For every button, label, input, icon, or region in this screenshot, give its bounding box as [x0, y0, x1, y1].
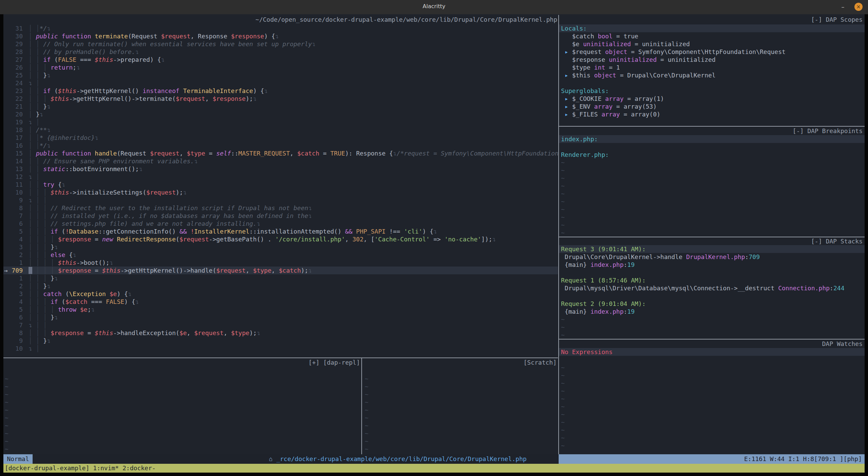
- panel-row[interactable]: $e uninitialized = uninitialized: [559, 40, 865, 48]
- code-line[interactable]: 3│ │ catch (\Exception $e) {↴: [3, 290, 558, 298]
- line-number-gutter[interactable]: 5: [3, 227, 29, 235]
- panel-row[interactable]: No Expressions: [559, 348, 865, 356]
- code-line[interactable]: 10↴ │: [3, 345, 558, 352]
- code-line[interactable]: 22│ │ │ $this->getHttpKernel()->terminat…: [3, 95, 558, 103]
- code-line[interactable]: 20│ }↴: [3, 110, 558, 118]
- panel-row[interactable]: ▸ $_COOKIE array = array(1): [559, 95, 865, 103]
- panel-row[interactable]: Request 1 (8:57:46 AM):: [559, 276, 865, 284]
- line-number-gutter[interactable]: 4: [3, 298, 29, 306]
- code-line[interactable]: 24↴ │: [3, 79, 558, 87]
- line-number-gutter[interactable]: 24: [3, 79, 29, 87]
- code-line[interactable]: 5│ │ │ │ throw $e;↴: [3, 306, 558, 313]
- code-line[interactable]: 14│ │ // Ensure sane PHP environment var…: [3, 157, 558, 165]
- current-code-line[interactable]: →709 │ │ │ $response = $this->getHttpKer…: [3, 267, 558, 274]
- code-line[interactable]: 21│ │ }↴: [3, 103, 558, 110]
- code-line[interactable]: 19↴ │: [3, 118, 558, 126]
- line-number-gutter[interactable]: 8: [3, 329, 29, 337]
- line-number-gutter[interactable]: 6: [3, 220, 29, 227]
- panel-row[interactable]: Drupal\mysql\Driver\Database\mysql\Conne…: [559, 284, 865, 292]
- line-number-gutter[interactable]: 1: [3, 259, 29, 267]
- panel-row[interactable]: ▸ $this object = Drupal\Core\DrupalKerne…: [559, 71, 865, 79]
- code-line[interactable]: 13│ │ static::bootEnvironment();↴: [3, 165, 558, 173]
- line-number-gutter[interactable]: 5: [3, 306, 29, 313]
- dap-repl-window[interactable]: ~~~~~~~~~~: [3, 367, 360, 454]
- dap-watches-panel[interactable]: No Expressions~~~~~~~~~~~: [559, 348, 865, 454]
- code-line[interactable]: 17│ │* {@inheritdoc}↴: [3, 134, 558, 142]
- panel-row[interactable]: $response uninitialized = uninitialized: [559, 56, 865, 63]
- line-number-gutter[interactable]: 29: [3, 40, 29, 48]
- line-number-gutter[interactable]: 15: [3, 149, 29, 157]
- code-line[interactable]: 26│ │ │ return;↴: [3, 63, 558, 71]
- code-line[interactable]: 8│ │ │ // Redirect the user to the insta…: [3, 204, 558, 212]
- code-line[interactable]: 9│ │ }↴: [3, 337, 558, 345]
- code-line[interactable]: 4│ │ │ if ($catch === FALSE) {↴: [3, 298, 558, 306]
- code-editor[interactable]: 31│ │*/↴30│ public function terminate(Re…: [3, 24, 558, 352]
- code-line[interactable]: 4│ │ │ │ $response = new RedirectRespons…: [3, 235, 558, 243]
- line-number-gutter[interactable]: 28: [3, 48, 29, 56]
- line-number-gutter[interactable]: 21: [3, 103, 29, 110]
- line-number-gutter[interactable]: 19: [3, 118, 29, 126]
- code-line[interactable]: 7│ │ │ // installed yet (i.e., if no $da…: [3, 212, 558, 220]
- panel-row[interactable]: {main} index.php:19: [559, 261, 865, 269]
- line-number-gutter[interactable]: 6: [3, 313, 29, 321]
- line-number-gutter[interactable]: 2: [3, 282, 29, 290]
- line-number-gutter[interactable]: 16: [3, 142, 29, 149]
- code-line[interactable]: 15│ public function handle(Request $requ…: [3, 149, 558, 157]
- line-number-gutter[interactable]: 1: [3, 274, 29, 282]
- code-line[interactable]: 9↴ │ │: [3, 196, 558, 204]
- line-number-gutter[interactable]: 20: [3, 110, 29, 118]
- line-number-gutter[interactable]: 10: [3, 345, 29, 352]
- code-line[interactable]: 28│ │ // by preHandle() before.↴: [3, 48, 558, 56]
- code-line[interactable]: 29│ │ // Only run terminate() when essen…: [3, 40, 558, 48]
- line-number-gutter[interactable]: 2: [3, 251, 29, 259]
- line-number-gutter[interactable]: 11: [3, 181, 29, 188]
- panel-row[interactable]: ▸ $_ENV array = array(53): [559, 103, 865, 110]
- panel-row[interactable]: {main} index.php:19: [559, 308, 865, 315]
- panel-row[interactable]: $catch bool = true: [559, 32, 865, 40]
- code-line[interactable]: 2│ │ │ else {↴: [3, 251, 558, 259]
- line-number-gutter[interactable]: 27: [3, 56, 29, 63]
- code-line[interactable]: 11│ │ try {↴: [3, 181, 558, 188]
- dap-scopes-panel[interactable]: Locals: $catch bool = true $e uninitiali…: [559, 24, 865, 126]
- line-number-gutter[interactable]: 30: [3, 32, 29, 40]
- line-number-gutter[interactable]: 9: [3, 196, 29, 204]
- code-line[interactable]: 12↴ │: [3, 173, 558, 181]
- dap-stacks-panel[interactable]: Request 3 (9:01:41 AM): Drupal\Core\Drup…: [559, 245, 865, 339]
- code-line[interactable]: 25│ │ }↴: [3, 71, 558, 79]
- panel-row[interactable]: index.php:: [559, 135, 865, 143]
- line-number-gutter[interactable]: 4: [3, 235, 29, 243]
- line-number-gutter[interactable]: 31: [3, 24, 29, 32]
- code-line[interactable]: 6│ │ │ }↴: [3, 313, 558, 321]
- line-number-gutter[interactable]: 9: [3, 337, 29, 345]
- code-line[interactable]: 1│ │ │ }↴: [3, 274, 558, 282]
- minimize-button[interactable]: –: [839, 3, 847, 11]
- code-line[interactable]: 31│ │*/↴: [3, 24, 558, 32]
- panel-row[interactable]: Superglobals:: [559, 87, 865, 95]
- line-number-gutter[interactable]: 18: [3, 126, 29, 134]
- line-number-gutter[interactable]: 17: [3, 134, 29, 142]
- line-number-gutter[interactable]: 7: [3, 321, 29, 329]
- vertical-split-separator[interactable]: [361, 358, 362, 454]
- code-line[interactable]: 27│ │ if (FALSE === $this->prepared) {↴: [3, 56, 558, 63]
- code-line[interactable]: 6│ │ │ // settings.php file) and we are …: [3, 220, 558, 227]
- code-line[interactable]: 3│ │ │ }↴: [3, 243, 558, 251]
- code-line[interactable]: 5│ │ │ if (!Database::getConnectionInfo(…: [3, 227, 558, 235]
- line-number-gutter[interactable]: 10: [3, 188, 29, 196]
- code-line[interactable]: 8│ │ │ $response = $this->handleExceptio…: [3, 329, 558, 337]
- panel-row[interactable]: ▸ $request object = Symfony\Component\Ht…: [559, 48, 865, 56]
- line-number-gutter[interactable]: →709: [3, 267, 29, 274]
- panel-row[interactable]: Drupal\Core\DrupalKernel->handle DrupalK…: [559, 253, 865, 261]
- line-number-gutter[interactable]: 26: [3, 63, 29, 71]
- line-number-gutter[interactable]: 3: [3, 290, 29, 298]
- panel-row[interactable]: ▸ $_FILES array = array(0): [559, 110, 865, 118]
- code-line[interactable]: 23│ │ if ($this->getHttpKernel() instanc…: [3, 87, 558, 95]
- close-button[interactable]: ×: [854, 3, 863, 11]
- code-line[interactable]: 7↴ │ │: [3, 321, 558, 329]
- panel-row[interactable]: Request 3 (9:01:41 AM):: [559, 245, 865, 253]
- line-number-gutter[interactable]: 7: [3, 212, 29, 220]
- code-line[interactable]: 2│ │ }↴: [3, 282, 558, 290]
- line-number-gutter[interactable]: 12: [3, 173, 29, 181]
- panel-row[interactable]: Locals:: [559, 24, 865, 32]
- scratch-window[interactable]: ~~~~~~~~~~: [363, 367, 557, 454]
- code-line[interactable]: 30│ public function terminate(Request $r…: [3, 32, 558, 40]
